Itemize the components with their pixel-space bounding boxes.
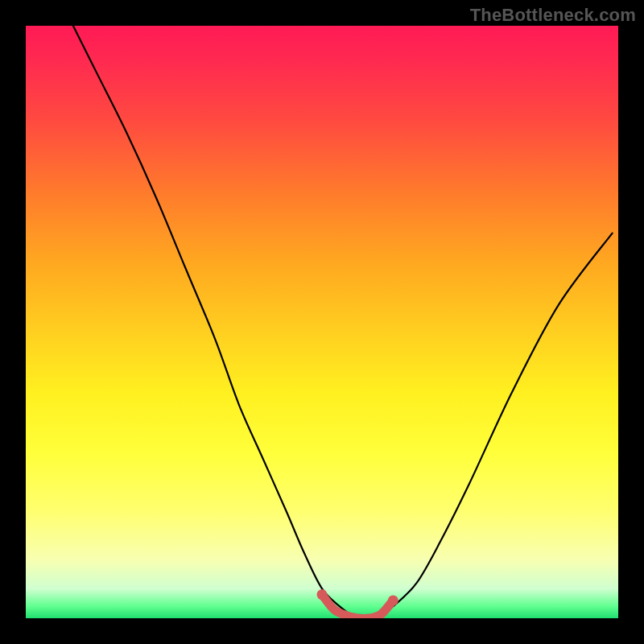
valley-endpoint-dot bbox=[388, 595, 398, 605]
valley-endpoint-dot bbox=[317, 589, 328, 600]
plot-area bbox=[26, 26, 618, 618]
chart-svg bbox=[26, 26, 618, 618]
watermark-text: TheBottleneck.com bbox=[470, 5, 636, 26]
chart-frame: TheBottleneck.com bbox=[0, 0, 644, 644]
bottleneck-curve bbox=[73, 26, 613, 618]
valley-marker bbox=[322, 595, 393, 618]
